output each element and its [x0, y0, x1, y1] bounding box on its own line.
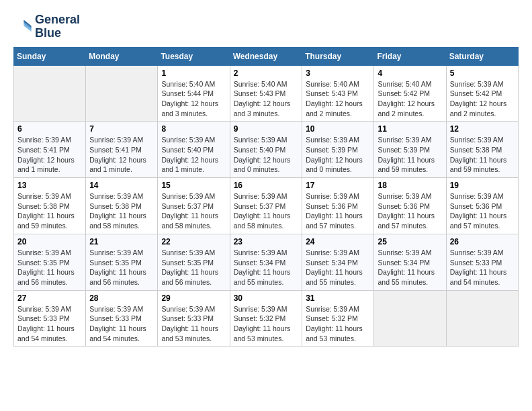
logo-text: General Blue — [35, 13, 80, 40]
weekday-header-friday: Friday — [374, 47, 446, 65]
day-number: 10 — [306, 124, 370, 134]
calendar-table: SundayMondayTuesdayWednesdayThursdayFrid… — [13, 47, 519, 347]
day-info: Sunrise: 5:39 AMSunset: 5:34 PMDaylight:… — [378, 248, 442, 287]
calendar-cell: 10Sunrise: 5:39 AMSunset: 5:39 PMDayligh… — [302, 122, 374, 178]
calendar-cell: 2Sunrise: 5:40 AMSunset: 5:43 PMDaylight… — [230, 65, 302, 122]
calendar-cell: 21Sunrise: 5:39 AMSunset: 5:35 PMDayligh… — [86, 234, 158, 290]
day-info: Sunrise: 5:39 AMSunset: 5:36 PMDaylight:… — [378, 191, 442, 231]
day-number: 17 — [306, 181, 370, 190]
day-info: Sunrise: 5:39 AMSunset: 5:36 PMDaylight:… — [450, 191, 515, 231]
day-number: 2 — [234, 68, 299, 78]
day-number: 6 — [17, 124, 82, 134]
calendar-cell — [446, 290, 518, 347]
day-number: 15 — [161, 181, 226, 190]
calendar-cell: 22Sunrise: 5:39 AMSunset: 5:35 PMDayligh… — [158, 234, 230, 290]
day-number: 23 — [234, 237, 299, 246]
calendar-cell: 31Sunrise: 5:39 AMSunset: 5:32 PMDayligh… — [302, 290, 374, 347]
day-info: Sunrise: 5:39 AMSunset: 5:40 PMDaylight:… — [234, 135, 299, 175]
day-number: 27 — [17, 293, 82, 303]
weekday-header-thursday: Thursday — [302, 47, 374, 65]
calendar-cell: 14Sunrise: 5:39 AMSunset: 5:38 PMDayligh… — [86, 178, 158, 234]
day-number: 30 — [234, 293, 299, 303]
calendar-cell: 23Sunrise: 5:39 AMSunset: 5:34 PMDayligh… — [230, 234, 302, 290]
day-info: Sunrise: 5:39 AMSunset: 5:38 PMDaylight:… — [450, 135, 515, 175]
calendar-cell: 1Sunrise: 5:40 AMSunset: 5:44 PMDaylight… — [158, 65, 230, 122]
day-info: Sunrise: 5:39 AMSunset: 5:38 PMDaylight:… — [17, 191, 82, 231]
calendar-week-row: 27Sunrise: 5:39 AMSunset: 5:33 PMDayligh… — [14, 290, 519, 347]
day-info: Sunrise: 5:39 AMSunset: 5:35 PMDaylight:… — [161, 248, 226, 287]
calendar-cell: 15Sunrise: 5:39 AMSunset: 5:37 PMDayligh… — [158, 178, 230, 234]
day-info: Sunrise: 5:39 AMSunset: 5:33 PMDaylight:… — [450, 248, 515, 287]
calendar-cell: 12Sunrise: 5:39 AMSunset: 5:38 PMDayligh… — [446, 122, 518, 178]
day-number: 5 — [450, 68, 515, 78]
calendar-cell: 11Sunrise: 5:39 AMSunset: 5:39 PMDayligh… — [374, 122, 446, 178]
weekday-header-sunday: Sunday — [14, 47, 86, 65]
day-info: Sunrise: 5:39 AMSunset: 5:38 PMDaylight:… — [89, 191, 154, 231]
calendar-cell: 5Sunrise: 5:39 AMSunset: 5:42 PMDaylight… — [446, 65, 518, 122]
calendar-cell: 3Sunrise: 5:40 AMSunset: 5:43 PMDaylight… — [302, 65, 374, 122]
day-number: 8 — [161, 124, 226, 134]
day-number: 19 — [450, 181, 515, 190]
day-info: Sunrise: 5:39 AMSunset: 5:37 PMDaylight:… — [161, 191, 226, 231]
day-number: 28 — [89, 293, 154, 303]
page-header: General Blue — [13, 13, 519, 40]
day-info: Sunrise: 5:39 AMSunset: 5:33 PMDaylight:… — [161, 304, 226, 344]
day-number: 26 — [450, 237, 515, 246]
day-info: Sunrise: 5:39 AMSunset: 5:39 PMDaylight:… — [378, 135, 442, 175]
day-number: 18 — [378, 181, 442, 190]
day-info: Sunrise: 5:39 AMSunset: 5:32 PMDaylight:… — [234, 304, 299, 344]
calendar-cell: 17Sunrise: 5:39 AMSunset: 5:36 PMDayligh… — [302, 178, 374, 234]
weekday-header-saturday: Saturday — [446, 47, 518, 65]
day-number: 1 — [161, 68, 226, 78]
weekday-header-tuesday: Tuesday — [158, 47, 230, 65]
calendar-cell: 24Sunrise: 5:39 AMSunset: 5:34 PMDayligh… — [302, 234, 374, 290]
logo: General Blue — [13, 13, 80, 40]
calendar-week-row: 13Sunrise: 5:39 AMSunset: 5:38 PMDayligh… — [14, 178, 519, 234]
day-info: Sunrise: 5:39 AMSunset: 5:33 PMDaylight:… — [89, 304, 154, 344]
day-number: 21 — [89, 237, 154, 246]
calendar-cell: 16Sunrise: 5:39 AMSunset: 5:37 PMDayligh… — [230, 178, 302, 234]
calendar-cell: 6Sunrise: 5:39 AMSunset: 5:41 PMDaylight… — [14, 122, 86, 178]
day-number: 3 — [306, 68, 370, 78]
day-info: Sunrise: 5:39 AMSunset: 5:42 PMDaylight:… — [450, 79, 515, 119]
day-info: Sunrise: 5:39 AMSunset: 5:36 PMDaylight:… — [306, 191, 370, 231]
calendar-header-row: SundayMondayTuesdayWednesdayThursdayFrid… — [14, 47, 519, 65]
day-info: Sunrise: 5:39 AMSunset: 5:35 PMDaylight:… — [17, 248, 82, 287]
day-info: Sunrise: 5:39 AMSunset: 5:39 PMDaylight:… — [306, 135, 370, 175]
day-info: Sunrise: 5:39 AMSunset: 5:41 PMDaylight:… — [17, 135, 82, 175]
calendar-cell: 28Sunrise: 5:39 AMSunset: 5:33 PMDayligh… — [86, 290, 158, 347]
day-info: Sunrise: 5:40 AMSunset: 5:42 PMDaylight:… — [378, 79, 442, 119]
calendar-cell: 13Sunrise: 5:39 AMSunset: 5:38 PMDayligh… — [14, 178, 86, 234]
day-number: 22 — [161, 237, 226, 246]
day-number: 9 — [234, 124, 299, 134]
calendar-cell: 26Sunrise: 5:39 AMSunset: 5:33 PMDayligh… — [446, 234, 518, 290]
calendar-cell: 18Sunrise: 5:39 AMSunset: 5:36 PMDayligh… — [374, 178, 446, 234]
day-info: Sunrise: 5:39 AMSunset: 5:37 PMDaylight:… — [234, 191, 299, 231]
day-number: 4 — [378, 68, 442, 78]
day-number: 14 — [89, 181, 154, 190]
day-info: Sunrise: 5:40 AMSunset: 5:44 PMDaylight:… — [161, 79, 226, 119]
day-info: Sunrise: 5:39 AMSunset: 5:41 PMDaylight:… — [89, 135, 154, 175]
calendar-cell: 9Sunrise: 5:39 AMSunset: 5:40 PMDaylight… — [230, 122, 302, 178]
calendar-cell: 29Sunrise: 5:39 AMSunset: 5:33 PMDayligh… — [158, 290, 230, 347]
calendar-cell: 4Sunrise: 5:40 AMSunset: 5:42 PMDaylight… — [374, 65, 446, 122]
calendar-cell: 19Sunrise: 5:39 AMSunset: 5:36 PMDayligh… — [446, 178, 518, 234]
weekday-header-wednesday: Wednesday — [230, 47, 302, 65]
calendar-cell — [86, 65, 158, 122]
day-info: Sunrise: 5:39 AMSunset: 5:40 PMDaylight:… — [161, 135, 226, 175]
calendar-cell — [14, 65, 86, 122]
calendar-cell: 8Sunrise: 5:39 AMSunset: 5:40 PMDaylight… — [158, 122, 230, 178]
day-number: 7 — [89, 124, 154, 134]
day-info: Sunrise: 5:40 AMSunset: 5:43 PMDaylight:… — [306, 79, 370, 119]
day-number: 13 — [17, 181, 82, 190]
day-number: 29 — [161, 293, 226, 303]
day-number: 16 — [234, 181, 299, 190]
calendar-cell: 27Sunrise: 5:39 AMSunset: 5:33 PMDayligh… — [14, 290, 86, 347]
logo-icon — [13, 17, 32, 36]
calendar-cell — [374, 290, 446, 347]
day-number: 12 — [450, 124, 515, 134]
day-number: 20 — [17, 237, 82, 246]
day-number: 24 — [306, 237, 370, 246]
day-number: 31 — [306, 293, 370, 303]
day-number: 25 — [378, 237, 442, 246]
